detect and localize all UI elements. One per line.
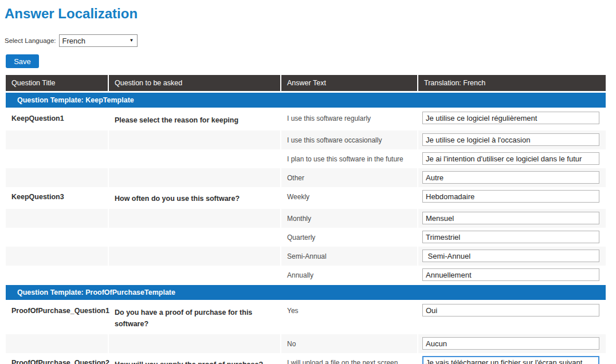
translation-cell — [418, 168, 606, 187]
question-title-cell — [6, 130, 109, 149]
translation-cell — [418, 301, 606, 334]
translation-input[interactable] — [422, 231, 599, 243]
question-title-cell — [6, 168, 109, 187]
question-title-cell — [6, 247, 109, 266]
question-cell — [109, 168, 281, 187]
question-cell — [109, 149, 281, 168]
answer-cell: I use this software regularly — [281, 109, 418, 130]
translation-input[interactable] — [422, 112, 599, 124]
section-header: Question Template: KeepTemplate — [6, 93, 606, 108]
question-title-cell — [6, 228, 109, 247]
answer-cell: I will upload a file on the next screen — [281, 353, 418, 364]
question-cell — [109, 247, 281, 266]
table-header-row: Question TitleQuestion to be askedAnswer… — [6, 75, 606, 92]
answer-cell: I plan to use this software in the futur… — [281, 149, 418, 168]
question-title-cell — [6, 334, 109, 353]
column-header: Translation: French — [418, 75, 606, 91]
column-header: Answer Text — [281, 75, 418, 91]
table-row: ProofOfPurchase_Question1Do you have a p… — [6, 301, 606, 334]
select-language-label: Select Language: — [5, 37, 56, 44]
question-cell: How often do you use this software? — [109, 187, 281, 209]
translation-cell — [418, 266, 606, 284]
table-row: ProofOfPurchase_Question2How will you su… — [6, 353, 606, 364]
language-controls: Select Language: French ▼ — [5, 34, 616, 47]
translation-cell — [418, 209, 606, 228]
answer-localization-page: Answer Localization Select Language: Fre… — [0, 6, 616, 364]
translation-cell — [418, 247, 606, 266]
table-row: Annually — [6, 266, 606, 284]
translation-cell — [418, 187, 606, 209]
column-header: Question to be asked — [109, 75, 281, 91]
answer-cell: Weekly — [281, 187, 418, 209]
table-row: KeepQuestion3How often do you use this s… — [6, 187, 606, 209]
translation-input[interactable] — [422, 212, 599, 224]
question-title-cell: KeepQuestion1 — [6, 109, 109, 130]
answer-cell: Semi-Annual — [281, 247, 418, 266]
question-cell: Do you have a proof of purchase for this… — [109, 301, 281, 334]
question-cell — [109, 209, 281, 228]
section-header: Question Template: ProofOfPurchaseTempla… — [6, 285, 606, 300]
translation-cell — [418, 149, 606, 168]
translation-cell — [418, 334, 606, 353]
question-title-cell — [6, 266, 109, 284]
table-row: I plan to use this software in the futur… — [6, 149, 606, 168]
question-title-cell: ProofOfPurchase_Question2 — [6, 353, 109, 364]
translation-input[interactable] — [422, 190, 599, 203]
question-cell — [109, 130, 281, 149]
translation-input[interactable] — [422, 171, 599, 184]
save-button[interactable]: Save — [6, 54, 39, 68]
table-row: Other — [6, 168, 606, 187]
answer-cell: No — [281, 334, 418, 353]
question-cell: How will you supply the proof of purchas… — [109, 353, 281, 364]
answer-cell: Yes — [281, 301, 418, 334]
translation-input[interactable] — [422, 268, 599, 281]
question-title-cell: KeepQuestion3 — [6, 187, 109, 209]
translation-input[interactable] — [422, 133, 599, 146]
question-cell — [109, 266, 281, 284]
answer-cell: Quarterly — [281, 228, 418, 247]
translation-input[interactable] — [422, 337, 599, 350]
answer-cell: I use this software occasionally — [281, 130, 418, 149]
question-title-cell: ProofOfPurchase_Question1 — [6, 301, 109, 334]
translation-cell — [418, 228, 606, 247]
table-row: Semi-Annual — [6, 247, 606, 266]
translation-input[interactable] — [422, 250, 599, 262]
translation-cell — [418, 353, 606, 364]
language-select[interactable]: French — [59, 34, 138, 47]
table-row: No — [6, 334, 606, 353]
translation-cell — [418, 109, 606, 130]
answer-cell: Monthly — [281, 209, 418, 228]
translation-input[interactable] — [422, 304, 599, 316]
table-row: Quarterly — [6, 228, 606, 247]
translation-input[interactable] — [422, 356, 599, 364]
language-select-wrap: French ▼ — [59, 34, 138, 47]
table-row: KeepQuestion1Please select the reason fo… — [6, 109, 606, 130]
answer-cell: Other — [281, 168, 418, 187]
question-cell — [109, 334, 281, 353]
table-row: I use this software occasionally — [6, 130, 606, 149]
translation-input[interactable] — [422, 152, 599, 165]
translation-cell — [418, 130, 606, 149]
table-row: Monthly — [6, 209, 606, 228]
page-title: Answer Localization — [5, 6, 616, 22]
question-title-cell — [6, 149, 109, 168]
column-header: Question Title — [6, 75, 109, 91]
localization-table: Question TitleQuestion to be askedAnswer… — [6, 75, 606, 364]
question-cell — [109, 228, 281, 247]
question-title-cell — [6, 209, 109, 228]
answer-cell: Annually — [281, 266, 418, 284]
question-cell: Please select the reason for keeping — [109, 109, 281, 130]
